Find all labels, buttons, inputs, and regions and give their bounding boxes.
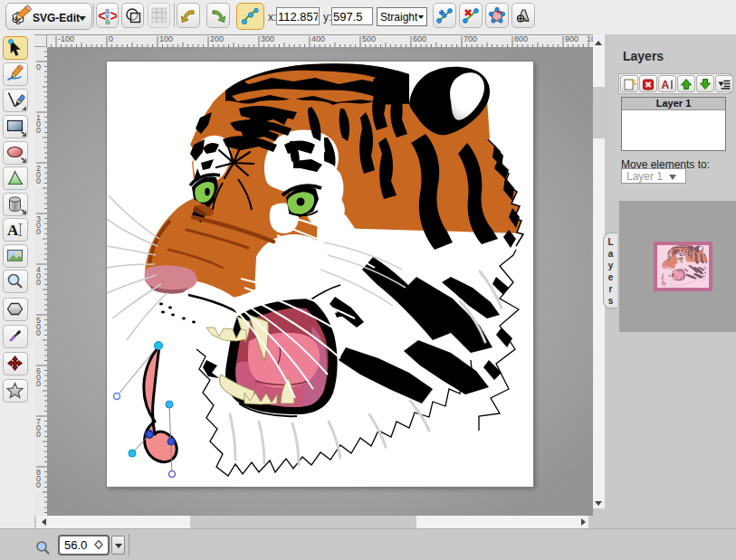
svg-text:700: 700 <box>464 34 477 43</box>
svg-text:600: 600 <box>36 366 41 388</box>
svg-text:600: 600 <box>413 34 426 43</box>
svg-text:A: A <box>7 222 19 239</box>
svg-text:500: 500 <box>362 34 376 43</box>
svg-text:800: 800 <box>514 34 528 43</box>
svg-text:500: 500 <box>36 316 41 337</box>
svg-text:400: 400 <box>311 34 325 43</box>
svg-text:-100: -100 <box>58 34 74 43</box>
svg-text:400: 400 <box>36 265 41 287</box>
svg-text:800: 800 <box>36 468 41 489</box>
svg-text:100: 100 <box>36 113 41 135</box>
svg-text:300: 300 <box>261 34 274 43</box>
svg-text:A: A <box>662 78 670 90</box>
svg-text:100: 100 <box>159 34 173 43</box>
svg-text:900: 900 <box>565 34 578 43</box>
svg-text:0: 0 <box>109 34 113 43</box>
svg-text:700: 700 <box>36 417 41 439</box>
svg-text:G: G <box>105 19 110 24</box>
svg-text:>: > <box>110 8 117 24</box>
svg-text:100: 100 <box>587 34 593 43</box>
svg-text:0: 0 <box>36 62 41 71</box>
svg-text:200: 200 <box>210 34 224 43</box>
svg-text:300: 300 <box>36 214 41 236</box>
svg-text:200: 200 <box>36 164 41 185</box>
